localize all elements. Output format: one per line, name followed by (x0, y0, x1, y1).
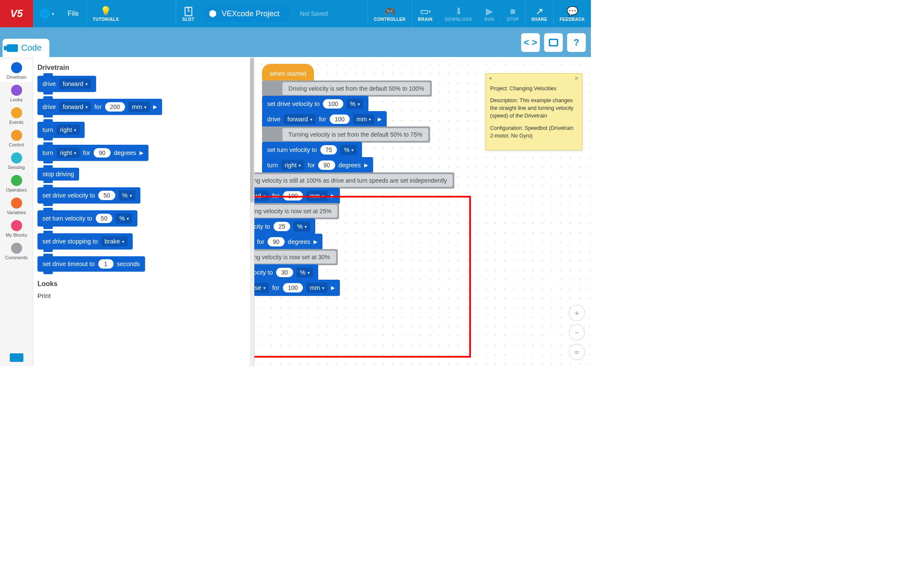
slot-button[interactable]: 1 SLOT (176, 0, 200, 27)
value-input[interactable]: 25 (274, 222, 291, 231)
scrollbar-thumb[interactable] (250, 58, 254, 203)
drive-for-block[interactable]: driveforwardfor100mm▶ (254, 188, 340, 204)
unit-dropdown[interactable]: % (116, 213, 132, 223)
category-drivetrain[interactable]: Drivetrain (0, 60, 33, 82)
help-button[interactable]: ? (567, 33, 586, 52)
zoom-in-button[interactable]: ＋ (569, 305, 585, 321)
unit-dropdown[interactable]: % (119, 190, 135, 201)
category-looks[interactable]: Looks (0, 82, 33, 105)
unit-dropdown[interactable]: % (340, 145, 357, 155)
direction-dropdown[interactable]: forward (254, 191, 269, 201)
play-icon: ▶ (486, 6, 493, 17)
unit-dropdown[interactable]: % (347, 99, 363, 109)
category-events[interactable]: Events (0, 105, 33, 127)
file-menu[interactable]: File (60, 0, 86, 27)
category-operators[interactable]: Operators (0, 172, 33, 195)
project-name-button[interactable]: VEXcode Project (204, 6, 290, 22)
value-input[interactable]: 100 (283, 283, 303, 292)
category-variables[interactable]: Variables (0, 195, 33, 218)
direction-dropdown[interactable]: right (57, 148, 80, 158)
palette-block-drive[interactable]: driveforward (37, 76, 96, 92)
value-input[interactable]: 100 (330, 115, 350, 124)
category-sensing[interactable]: Sensing (0, 150, 33, 172)
comment-block[interactable]: Turning velocity is set from the default… (262, 126, 430, 143)
value-input[interactable]: 90 (268, 237, 285, 246)
direction-dropdown[interactable]: forward (59, 79, 91, 89)
palette-block-set-drive-vel[interactable]: set drive velocity to50% (37, 187, 140, 203)
category-label: Operators (6, 187, 27, 192)
palette-scrollbar[interactable] (250, 57, 254, 366)
set-turn-velocity-block[interactable]: set turn velocity to25% (254, 218, 315, 235)
workspace-canvas[interactable]: when started Driving velocity is set fro… (254, 57, 591, 366)
direction-dropdown[interactable]: reverse (254, 283, 269, 293)
comment-block[interactable]: Driving velocity is set from the default… (262, 80, 432, 97)
unit-dropdown[interactable]: % (297, 267, 313, 278)
direction-dropdown[interactable]: forward (284, 114, 315, 124)
block-palette[interactable]: Drivetrain driveforward driveforwardfor2… (33, 57, 254, 366)
palette-block-drive-for[interactable]: driveforwardfor200mm▶ (37, 99, 162, 115)
brake-dropdown[interactable]: brake (101, 236, 128, 246)
turn-for-block[interactable]: turnleftfor90degrees▶ (254, 234, 322, 250)
value-input[interactable]: 1 (98, 259, 114, 269)
unit-dropdown[interactable]: % (294, 221, 310, 232)
project-note[interactable]: ▾✕ Project: Changing Velocities Descript… (485, 73, 582, 150)
comment-block[interactable]: Driving velocity is now set at 30% (254, 249, 338, 265)
feedback-button[interactable]: 💬FEEDBACK (553, 0, 591, 27)
unit-dropdown[interactable]: mm (306, 191, 328, 201)
value-input[interactable]: 90 (94, 148, 111, 158)
palette-block-set-drive-stop[interactable]: set drive stopping tobrake (37, 233, 133, 249)
category-control[interactable]: Control (0, 127, 33, 150)
unit-dropdown[interactable]: mm (353, 114, 374, 124)
when-started-block[interactable]: when started (262, 64, 314, 81)
value-input[interactable]: 100 (323, 99, 343, 109)
value-input[interactable]: 50 (98, 191, 115, 200)
palette-block-turn[interactable]: turnright (37, 122, 85, 138)
controller-button[interactable]: 🎮CONTROLLER (368, 0, 411, 27)
drive-for-block[interactable]: drivereversefor100mm▶ (254, 280, 340, 296)
code-view-button[interactable]: < > (521, 33, 540, 52)
value-input[interactable]: 100 (283, 191, 303, 201)
category-label: Control (9, 142, 24, 147)
value-input[interactable]: 50 (96, 214, 113, 223)
unit-dropdown[interactable]: mm (128, 102, 150, 112)
stop-button[interactable]: ■STOP (500, 0, 525, 27)
direction-dropdown[interactable]: right (281, 160, 304, 170)
category-comments[interactable]: Comments (0, 240, 33, 263)
comment-block[interactable]: Turning velocity is now set at 25% (254, 203, 339, 219)
note-collapse-icon[interactable]: ▾ (489, 75, 492, 81)
zoom-reset-button[interactable]: ＝ (569, 344, 585, 360)
value-input[interactable]: 200 (105, 102, 125, 112)
download-label: DOWNLOAD (445, 17, 472, 22)
note-close-icon[interactable]: ✕ (574, 75, 579, 81)
language-button[interactable]: 🌐 ▾ (33, 0, 60, 27)
unit-dropdown[interactable]: mm (306, 283, 328, 293)
code-tab[interactable]: Code (3, 39, 49, 57)
palette-block-stop[interactable]: stop driving (37, 168, 79, 180)
comment-text: Turning velocity is now set at 25% (254, 205, 337, 218)
set-drive-velocity-block[interactable]: set drive velocity to100% (262, 96, 368, 112)
set-turn-velocity-block[interactable]: set turn velocity to75% (262, 142, 362, 158)
value-input[interactable]: 30 (276, 268, 293, 277)
set-drive-velocity-block[interactable]: set drive velocity to30% (254, 264, 318, 281)
direction-dropdown[interactable]: right (57, 125, 80, 135)
comment-block[interactable]: Driving velocity is still at 100% as dri… (254, 172, 454, 189)
devices-button[interactable] (544, 33, 563, 52)
block-text: set drive velocity to (254, 269, 273, 276)
value-input[interactable]: 75 (320, 145, 337, 155)
palette-block-turn-for[interactable]: turnrightfor90degrees▶ (37, 145, 148, 161)
zoom-out-button[interactable]: － (569, 324, 585, 341)
turn-for-block[interactable]: turnrightfor90degrees▶ (262, 157, 373, 173)
extension-button[interactable] (0, 349, 33, 366)
share-button[interactable]: ↗SHARE (525, 0, 553, 27)
direction-dropdown[interactable]: forward (59, 102, 91, 112)
category-myblocks[interactable]: My Blocks (0, 218, 33, 240)
block-stack[interactable]: when started Driving velocity is set fro… (262, 64, 454, 296)
brain-button[interactable]: ▭ ▾BRAIN (412, 0, 439, 27)
tutorials-button[interactable]: 💡 TUTORIALS (86, 0, 125, 27)
palette-block-set-turn-vel[interactable]: set turn velocity to50% (37, 210, 137, 226)
run-button[interactable]: ▶RUN (478, 0, 500, 27)
value-input[interactable]: 90 (318, 160, 335, 170)
download-button[interactable]: ⬇DOWNLOAD (439, 0, 478, 27)
drive-for-block[interactable]: driveforwardfor100mm▶ (262, 111, 387, 127)
palette-block-set-drive-timeout[interactable]: set drive timeout to1seconds (37, 256, 145, 272)
